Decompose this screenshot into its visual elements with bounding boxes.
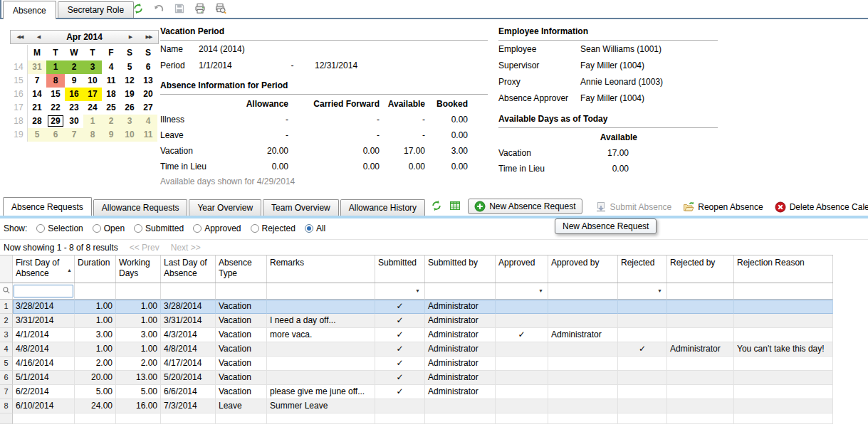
filter-dropdown-icon[interactable]: ▼ <box>538 288 543 293</box>
calendar-day[interactable]: 2 <box>65 60 83 74</box>
radio-rejected[interactable]: Rejected <box>251 223 296 233</box>
calendar-day[interactable]: 9 <box>102 128 120 142</box>
calendar-day[interactable]: 5 <box>120 60 139 74</box>
radio-approved[interactable]: Approved <box>193 223 241 233</box>
calendar-day[interactable]: 7 <box>65 128 83 142</box>
refresh-icon[interactable] <box>132 2 145 15</box>
calendar-day[interactable]: 9 <box>65 74 83 88</box>
calendar-day[interactable]: 6 <box>46 128 65 142</box>
calendar-day[interactable]: 31 <box>28 60 46 74</box>
tab-secretary-role[interactable]: Secretary Role <box>58 1 134 18</box>
table-row[interactable]: 23/31/20141.001.003/31/2014VacationI nee… <box>0 314 833 328</box>
calendar-day[interactable]: 14 <box>28 88 46 101</box>
calendar-day[interactable]: 3 <box>83 60 102 74</box>
radio-all[interactable]: All <box>305 223 325 233</box>
column-header-duration[interactable]: Duration <box>75 255 116 283</box>
tab-allowance-history[interactable]: Allowance History <box>340 199 425 216</box>
table-row[interactable]: 76/2/20145.005.006/6/2014Vacationplease … <box>0 385 833 399</box>
radio-submitted[interactable]: Submitted <box>134 223 184 233</box>
column-header-rejection-reason[interactable]: Rejection Reason <box>734 255 833 283</box>
calendar-day[interactable]: 15 <box>46 88 65 101</box>
calendar-day[interactable]: 3 <box>120 115 139 128</box>
calendar-day[interactable]: 8 <box>83 128 102 142</box>
column-header-remarks[interactable]: Remarks <box>267 255 375 283</box>
calendar-prev-year-button[interactable]: ◀◀ <box>11 34 29 40</box>
calendar-day[interactable]: 24 <box>83 101 102 115</box>
column-header-working-days[interactable]: Working Days <box>116 255 161 283</box>
prev-page-link[interactable]: << Prev <box>130 243 160 253</box>
calendar-day[interactable]: 8 <box>46 74 65 88</box>
table-row[interactable]: 65/1/201420.0013.005/20/2014Vacation✓Adm… <box>0 371 833 385</box>
cell-last-day-of-absence: 4/3/2014 <box>161 328 216 342</box>
calendar-day[interactable]: 4 <box>102 60 120 74</box>
calendar-prev-month-button[interactable]: ◀ <box>29 34 48 40</box>
calendar-day[interactable]: 28 <box>28 115 46 128</box>
reopen-absence-button[interactable]: Reopen Absence <box>683 201 763 213</box>
calendar-day[interactable]: 12 <box>120 74 139 88</box>
refresh-icon[interactable] <box>431 199 442 212</box>
table-row[interactable]: 54/16/20142.002.004/17/2014Vacation✓Admi… <box>0 357 833 371</box>
filter-first-day-input[interactable] <box>14 285 73 297</box>
table-row[interactable]: 44/8/20141.001.004/8/2014Vacation✓Admini… <box>0 342 833 357</box>
table-row[interactable]: 34/1/20143.003.004/3/2014Vacationmore va… <box>0 328 833 342</box>
table-icon[interactable] <box>449 199 461 212</box>
table-row[interactable]: 13/28/20141.001.003/28/2014Vacation✓Admi… <box>0 300 833 314</box>
column-header-approved[interactable]: Approved <box>496 255 548 283</box>
ai-value: 20.00 <box>239 146 288 156</box>
column-header-submitted[interactable]: Submitted <box>375 255 425 283</box>
calendar-day[interactable]: 22 <box>46 101 65 115</box>
column-header-first-day-of-absence[interactable]: First Day of Absence▲ <box>13 255 75 283</box>
calendar-day[interactable]: 5 <box>28 128 46 142</box>
calendar-next-month-button[interactable]: ▶ <box>121 34 140 40</box>
tab-absence[interactable]: Absence <box>3 1 56 19</box>
calendar-next-year-button[interactable]: ▶▶ <box>140 34 158 40</box>
calendar-day[interactable]: 11 <box>102 74 120 88</box>
next-page-link[interactable]: Next >> <box>171 243 201 253</box>
calendar-day[interactable]: 4 <box>139 115 157 128</box>
calendar-day[interactable]: 17 <box>83 88 102 101</box>
calendar-day-label: 18 <box>106 89 115 99</box>
column-header-rejected-by[interactable]: Rejected by <box>667 255 734 283</box>
calendar-day[interactable]: 7 <box>28 74 46 88</box>
calendar-day[interactable]: 11 <box>139 128 157 142</box>
calendar-day[interactable]: 10 <box>120 128 139 142</box>
calendar-day[interactable]: 13 <box>139 74 157 88</box>
column-header-submitted-by[interactable]: Submitted by <box>425 255 496 283</box>
calendar-day[interactable]: 1 <box>46 60 65 74</box>
calendar-day[interactable]: 10 <box>83 74 102 88</box>
cell-working-days: 3.00 <box>116 328 161 342</box>
print-icon[interactable] <box>194 2 206 15</box>
table-row[interactable]: 86/10/201424.0016.007/3/2014LeaveSummer … <box>0 399 833 413</box>
calendar-day[interactable]: 30 <box>65 115 83 128</box>
column-header-last-day-of-absence[interactable]: Last Day of Absence <box>161 255 216 283</box>
radio-selection[interactable]: Selection <box>36 223 83 233</box>
calendar-day[interactable]: 1 <box>83 115 102 128</box>
calendar-day[interactable]: 20 <box>139 88 157 101</box>
calendar-day[interactable]: 27 <box>139 101 157 115</box>
new-absence-request-button[interactable]: New Absence Request <box>468 199 582 214</box>
calendar-day[interactable]: 2 <box>102 115 120 128</box>
calendar-day[interactable]: 6 <box>139 60 157 74</box>
calendar-day[interactable]: 19 <box>120 88 139 101</box>
calendar-day[interactable]: 18 <box>102 88 120 101</box>
cell-submitted-by: Administrator <box>425 342 496 357</box>
print-preview-icon[interactable] <box>214 2 227 15</box>
filter-dropdown-icon[interactable]: ▼ <box>657 288 662 293</box>
delete-absence-calendar-line-button[interactable]: Delete Absence Calendar Line <box>775 201 868 213</box>
column-header-approved-by[interactable]: Approved by <box>548 255 618 283</box>
calendar-day[interactable]: 16 <box>65 88 83 101</box>
tab-allowance-requests[interactable]: Allowance Requests <box>93 199 188 216</box>
calendar-day[interactable]: 23 <box>65 101 83 115</box>
calendar-day[interactable]: 25 <box>102 101 120 115</box>
calendar-day[interactable]: 21 <box>28 101 46 115</box>
calendar-day-today[interactable]: 29 <box>46 115 65 128</box>
tab-year-overview[interactable]: Year Overview <box>189 199 261 216</box>
tab-team-overview[interactable]: Team Overview <box>263 199 339 216</box>
calendar-day[interactable]: 26 <box>120 101 139 115</box>
undo-icon[interactable] <box>152 2 165 15</box>
filter-dropdown-icon[interactable]: ▼ <box>415 288 420 293</box>
column-header-rejected[interactable]: Rejected <box>618 255 667 283</box>
radio-open[interactable]: Open <box>93 223 125 233</box>
tab-absence-requests[interactable]: Absence Requests <box>3 197 92 216</box>
column-header-absence-type[interactable]: Absence Type <box>216 255 267 283</box>
